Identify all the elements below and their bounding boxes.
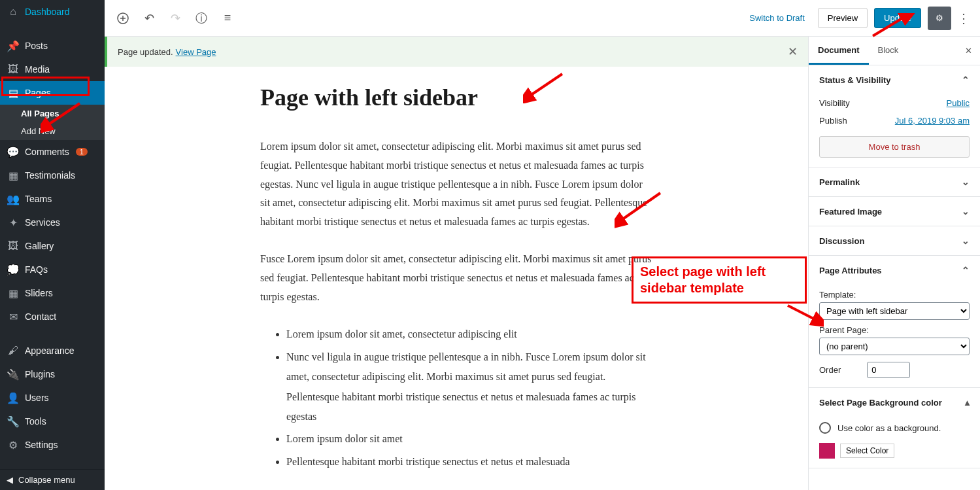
- preview-button[interactable]: Preview: [818, 8, 868, 28]
- radio-unselected[interactable]: [819, 422, 831, 434]
- template-select[interactable]: Page with left sidebar: [819, 302, 970, 320]
- panel-toggle-attributes[interactable]: Page Attributes⌃: [809, 256, 980, 285]
- contact-icon: ✉: [7, 310, 20, 323]
- editor-canvas[interactable]: Page with left sidebar Lorem ipsum dolor…: [105, 64, 808, 490]
- tab-block[interactable]: Block: [869, 37, 908, 65]
- panel-background-color: Select Page Background color▴ Use color …: [809, 388, 980, 468]
- color-swatch[interactable]: [819, 443, 835, 459]
- menu-services[interactable]: ✦Services: [0, 211, 105, 234]
- list-block[interactable]: Lorem ipsum dolor sit amet, consectetur …: [260, 324, 652, 472]
- panel-title: Select Page Background color: [819, 398, 942, 408]
- panel-title: Featured Image: [819, 207, 882, 217]
- menu-testimonials[interactable]: ▦Testimonials: [0, 164, 105, 187]
- menu-label: Pages: [25, 88, 51, 98]
- parent-page-select[interactable]: (no parent): [819, 338, 970, 355]
- menu-faqs[interactable]: 💭FAQs: [0, 258, 105, 281]
- order-input[interactable]: [867, 362, 910, 378]
- comments-icon: 💬: [7, 145, 20, 158]
- menu-label: Settings: [25, 440, 58, 450]
- menu-plugins[interactable]: 🔌Plugins: [0, 362, 105, 386]
- menu-pages[interactable]: ▤Pages: [0, 81, 105, 105]
- panel-toggle-featured-image[interactable]: Featured Image⌄: [809, 197, 980, 226]
- menu-label: Tools: [25, 416, 46, 427]
- menu-tools[interactable]: 🔧Tools: [0, 410, 105, 433]
- tab-document[interactable]: Document: [809, 37, 869, 65]
- chevron-up-icon: ⌃: [962, 265, 970, 275]
- parent-page-label: Parent Page:: [819, 325, 970, 335]
- sliders-icon: ▦: [7, 287, 20, 300]
- teams-icon: 👥: [7, 192, 20, 205]
- submenu-add-new[interactable]: Add New: [0, 122, 105, 140]
- settings-icon: ⚙: [7, 438, 20, 451]
- order-label: Order: [819, 365, 841, 375]
- menu-media[interactable]: 🖼Media: [0, 58, 105, 81]
- tools-icon: 🔧: [7, 415, 20, 428]
- switch-to-draft-link[interactable]: Switch to Draft: [743, 13, 811, 23]
- list-item[interactable]: Nunc vel ligula in augue tristique pelle…: [286, 347, 652, 427]
- collapse-menu[interactable]: ◀Collapse menu: [0, 469, 105, 490]
- menu-users[interactable]: 👤Users: [0, 386, 105, 410]
- panel-toggle-permalink[interactable]: Permalink⌄: [809, 167, 980, 196]
- media-icon: 🖼: [7, 63, 20, 76]
- post-title[interactable]: Page with left sidebar: [260, 84, 652, 111]
- more-button[interactable]: ⋮: [954, 7, 973, 30]
- menu-contact[interactable]: ✉Contact: [0, 305, 105, 328]
- submenu-all-pages[interactable]: All Pages: [0, 105, 105, 122]
- list-item[interactable]: Lorem ipsum dolor sit amet: [286, 429, 652, 449]
- chevron-up-icon: ⌃: [962, 75, 970, 85]
- admin-menu: ⌂Dashboard 📌Posts 🖼Media ▤Pages All Page…: [0, 0, 105, 490]
- menu-posts[interactable]: 📌Posts: [0, 34, 105, 58]
- info-button[interactable]: ⓘ: [190, 7, 213, 30]
- dismiss-notice-button[interactable]: ✕: [788, 44, 798, 59]
- list-item[interactable]: Pellentesque habitant morbi tristique se…: [286, 452, 652, 472]
- chevron-down-icon: ⌄: [962, 177, 970, 187]
- menu-label: Sliders: [25, 288, 53, 298]
- menu-label: Dashboard: [25, 7, 70, 17]
- paragraph-block[interactable]: Lorem ipsum dolor sit amet, consectetur …: [260, 137, 652, 232]
- menu-teams[interactable]: 👥Teams: [0, 187, 105, 211]
- menu-label: Comments: [25, 147, 69, 157]
- paragraph-block[interactable]: Fusce Lorem ipsum dolor sit amet, consec…: [260, 250, 652, 306]
- menu-gallery[interactable]: 🖼Gallery: [0, 234, 105, 258]
- panel-toggle-bg[interactable]: Select Page Background color▴: [809, 388, 980, 417]
- add-block-button[interactable]: [111, 7, 135, 30]
- panel-toggle-discussion[interactable]: Discussion⌄: [809, 226, 980, 255]
- panel-toggle-status[interactable]: Status & Visibility⌃: [809, 65, 980, 94]
- testimonials-icon: ▦: [7, 169, 20, 182]
- collapse-icon: ◀: [7, 475, 13, 485]
- undo-button[interactable]: ↶: [137, 7, 161, 30]
- close-sidebar-button[interactable]: ✕: [957, 37, 980, 65]
- publish-value[interactable]: Jul 6, 2019 9:03 am: [895, 116, 970, 126]
- collapse-label: Collapse menu: [18, 475, 75, 485]
- radio-label: Use color as a background.: [837, 423, 941, 433]
- chevron-down-icon: ⌄: [962, 236, 970, 246]
- template-label: Template:: [819, 290, 970, 300]
- panel-title: Permalink: [819, 177, 860, 187]
- pin-icon: 📌: [7, 39, 20, 52]
- submenu-label: Add New: [21, 126, 56, 136]
- visibility-value[interactable]: Public: [947, 98, 970, 108]
- outline-button[interactable]: ≡: [216, 7, 239, 30]
- appearance-icon: 🖌: [7, 344, 20, 357]
- select-color-button[interactable]: Select Color: [840, 444, 894, 458]
- menu-comments[interactable]: 💬Comments1: [0, 140, 105, 164]
- view-page-link[interactable]: View Page: [176, 47, 216, 57]
- menu-dashboard[interactable]: ⌂Dashboard: [0, 0, 105, 24]
- redo-button[interactable]: ↷: [163, 7, 187, 30]
- menu-appearance[interactable]: 🖌Appearance: [0, 339, 105, 362]
- menu-label: FAQs: [25, 264, 48, 275]
- menu-label: Appearance: [25, 345, 75, 356]
- menu-settings[interactable]: ⚙Settings: [0, 433, 105, 457]
- settings-sidebar: Document Block ✕ Status & Visibility⌃ Vi…: [808, 37, 980, 490]
- dashboard-icon: ⌂: [7, 5, 20, 18]
- settings-button[interactable]: ⚙: [928, 7, 951, 30]
- list-item[interactable]: Lorem ipsum dolor sit amet, consectetur …: [286, 324, 652, 344]
- update-button[interactable]: Update: [874, 8, 921, 28]
- menu-label: Teams: [25, 194, 52, 204]
- move-to-trash-button[interactable]: Move to trash: [819, 136, 970, 158]
- notice-text: Page updated.: [118, 47, 173, 57]
- menu-label: Gallery: [25, 241, 54, 251]
- panel-page-attributes: Page Attributes⌃ Template: Page with lef…: [809, 256, 980, 388]
- menu-label: Posts: [25, 41, 48, 51]
- menu-sliders[interactable]: ▦Sliders: [0, 281, 105, 305]
